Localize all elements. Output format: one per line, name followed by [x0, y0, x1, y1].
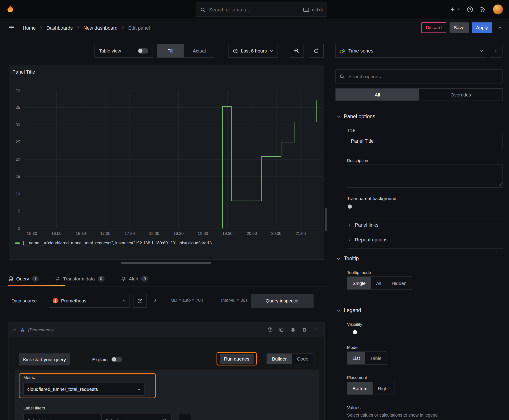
table-view-toggle[interactable]: [137, 48, 148, 54]
panel-links-label: Panel links: [355, 222, 378, 227]
drag-handle-icon[interactable]: [313, 327, 318, 332]
zoom-out-button[interactable]: [289, 44, 304, 58]
remove-filter-button[interactable]: [157, 414, 172, 420]
breadcrumb-edit-panel: Edit panel: [128, 25, 150, 30]
code-option[interactable]: Code: [292, 354, 313, 364]
legend-bottom-option[interactable]: Bottom: [347, 382, 373, 394]
select-label-dropdown[interactable]: Select label: [23, 414, 79, 420]
resize-grip-icon[interactable]: [499, 183, 502, 187]
chevron-down-icon: [137, 387, 141, 391]
legend-section-header[interactable]: Legend: [337, 308, 361, 314]
x-axis-labels: 15:3016:0016:3017:0017:3018:0018:3019:00…: [25, 231, 322, 237]
grafana-logo-icon[interactable]: [6, 5, 15, 14]
panel-actions: Discard Save Apply: [421, 22, 509, 33]
breadcrumb-new-dashboard[interactable]: New dashboard: [84, 25, 118, 30]
panel-options-section-header[interactable]: Panel options: [337, 113, 375, 119]
options-search[interactable]: [335, 69, 503, 83]
legend-series-swatch[interactable]: [15, 242, 20, 244]
tooltip-section-header[interactable]: Tooltip: [337, 256, 359, 262]
new-menu-button[interactable]: [450, 7, 460, 12]
y-axis-labels: 0510152025303540: [10, 90, 23, 228]
discard-button[interactable]: Discard: [421, 22, 446, 33]
chart-legend: {__name__="cloudflared_tunnel_total_requ…: [15, 240, 212, 246]
search-icon: [200, 7, 205, 12]
scrollbar-thumb[interactable]: [325, 208, 327, 231]
global-search[interactable]: ctrl+k: [196, 3, 327, 17]
description-input[interactable]: [347, 164, 503, 188]
legend-table-option[interactable]: Table: [365, 352, 387, 364]
tab-alert-label: Alert: [129, 276, 138, 281]
builder-option[interactable]: Builder: [267, 354, 292, 364]
panel-links-row[interactable]: Panel links: [348, 222, 378, 227]
save-button[interactable]: Save: [449, 22, 469, 33]
query-inspector-button[interactable]: Query inspector: [251, 294, 313, 308]
menu-icon[interactable]: [8, 25, 14, 30]
query-ref-id[interactable]: A: [21, 327, 24, 332]
visualization-value: Time series: [348, 48, 373, 54]
datasource-help-button[interactable]: [133, 294, 147, 308]
tab-transform-count: 0: [98, 276, 104, 282]
options-search-input[interactable]: [348, 73, 499, 79]
pane-splitter-handle[interactable]: [121, 262, 211, 264]
editor-tabs: Query 1 Transform data 0 Alert 0: [0, 271, 328, 286]
legend-series-label[interactable]: {__name__="cloudflared_tunnel_total_requ…: [23, 240, 212, 246]
tab-query[interactable]: Query 1: [0, 271, 47, 286]
fill-actual-switch: Fill Actual: [157, 44, 215, 58]
bell-icon: [121, 276, 126, 281]
datasource-picker[interactable]: Prometheus: [49, 294, 130, 308]
delete-query-icon[interactable]: [302, 327, 307, 332]
datasource-row: Data source Prometheus MD = auto = 704 I…: [0, 294, 328, 308]
collapse-pane-button[interactable]: [489, 44, 502, 58]
run-queries-button[interactable]: Run queries: [220, 354, 254, 364]
legend-right-option[interactable]: Right: [372, 382, 394, 394]
hide-query-icon[interactable]: [290, 327, 296, 332]
duplicate-query-icon[interactable]: [279, 327, 284, 332]
tab-overrides[interactable]: Overrides: [419, 89, 502, 101]
actual-option[interactable]: Actual: [183, 44, 215, 57]
kick-start-query-button[interactable]: Kick start your query: [19, 353, 70, 366]
add-filter-button[interactable]: [178, 414, 192, 420]
tab-alert[interactable]: Alert 0: [113, 271, 156, 286]
user-avatar[interactable]: [493, 4, 503, 14]
search-icon: [340, 74, 345, 79]
tooltip-single-option[interactable]: Single: [347, 277, 371, 289]
time-range-picker[interactable]: Last 6 hours: [228, 44, 278, 58]
apply-button[interactable]: Apply: [472, 22, 492, 33]
time-series-chart: [25, 90, 322, 228]
options-expander-icon[interactable]: [153, 298, 157, 302]
query-help-icon[interactable]: [267, 327, 273, 332]
chevron-up-icon[interactable]: [495, 25, 504, 30]
refresh-button[interactable]: [309, 44, 324, 58]
time-range-label: Last 6 hours: [241, 48, 267, 53]
transform-icon: [55, 276, 60, 281]
breadcrumb: Home Dashboards New dashboard Edit panel: [23, 25, 150, 30]
tab-all-options[interactable]: All: [336, 89, 419, 101]
tooltip-all-option[interactable]: All: [371, 277, 387, 289]
breadcrumb-dashboards[interactable]: Dashboards: [46, 25, 73, 30]
select-value-dropdown[interactable]: Select value: [101, 414, 157, 420]
help-icon[interactable]: [467, 6, 473, 13]
tooltip-mode-switch: Single All Hidden: [347, 276, 412, 290]
global-search-input[interactable]: [208, 7, 301, 13]
chevron-right-icon: [39, 26, 43, 29]
chevron-down-icon: [94, 419, 98, 420]
panel-title[interactable]: Panel Title: [12, 69, 35, 75]
breadcrumb-home[interactable]: Home: [23, 25, 36, 30]
fill-option[interactable]: Fill: [157, 44, 183, 57]
tooltip-hidden-option[interactable]: Hidden: [387, 277, 412, 289]
collapse-query-icon[interactable]: [13, 328, 17, 332]
legend-list-option[interactable]: List: [347, 352, 365, 364]
metric-select[interactable]: cloudflared_tunnel_total_requests: [23, 382, 145, 396]
visualization-picker[interactable]: Time series: [335, 44, 487, 58]
transparent-background-label: Transparent background: [347, 196, 396, 201]
tooltip-title: Tooltip: [344, 256, 359, 262]
explain-toggle[interactable]: [111, 357, 122, 362]
news-icon[interactable]: [480, 6, 486, 13]
panel-title-input[interactable]: [347, 134, 503, 148]
repeat-options-row[interactable]: Repeat options: [348, 237, 387, 242]
select-label-placeholder: Select label: [27, 418, 52, 420]
operator-dropdown[interactable]: =: [79, 414, 101, 420]
tab-transform-data[interactable]: Transform data 0: [47, 271, 113, 286]
panel-options-pane: Time series All Overrides Panel options …: [328, 37, 509, 420]
label-filters-label: Label filters: [23, 406, 45, 411]
